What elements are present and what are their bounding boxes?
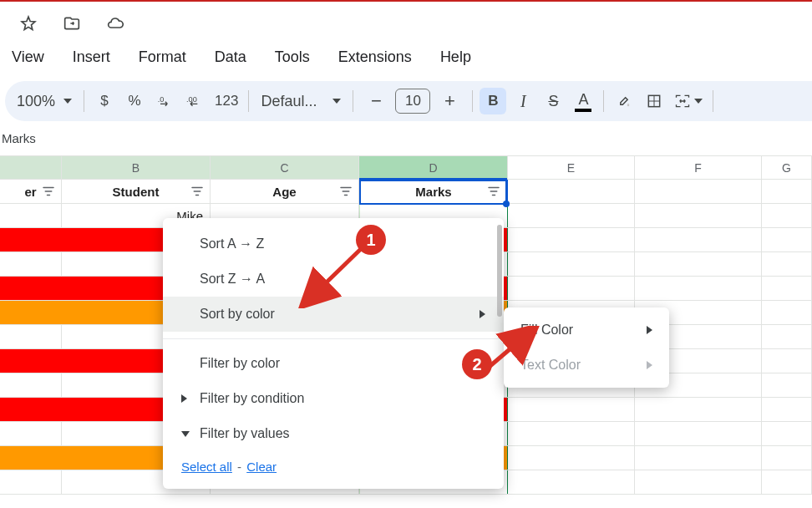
cell[interactable]: [0, 277, 62, 300]
cell[interactable]: [762, 301, 812, 324]
header-cell-g[interactable]: [762, 180, 812, 203]
submenu-arrow-icon: [647, 326, 652, 334]
cell[interactable]: [635, 277, 762, 300]
sort-z-a[interactable]: Sort Z → A: [163, 262, 504, 297]
column-header-b[interactable]: B: [62, 156, 211, 179]
borders-button[interactable]: [641, 88, 667, 114]
italic-button[interactable]: I: [510, 88, 536, 114]
toolbar: 100% $ % .0 .00 123 Defaul... − 10 + B I…: [5, 81, 812, 121]
cell[interactable]: [762, 277, 812, 300]
star-icon[interactable]: [15, 10, 42, 37]
formula-bar[interactable]: Marks: [0, 121, 812, 156]
cell[interactable]: [762, 204, 812, 227]
cell[interactable]: [635, 422, 762, 445]
annotation-badge-2: 2: [462, 349, 492, 379]
filter-icon[interactable]: [41, 184, 56, 199]
cell[interactable]: [508, 204, 635, 227]
menu-format[interactable]: Format: [129, 45, 196, 69]
cell[interactable]: [635, 252, 762, 276]
menu-help[interactable]: Help: [430, 45, 481, 69]
cell[interactable]: [762, 252, 812, 276]
menu-data[interactable]: Data: [205, 45, 256, 69]
header-cell-f[interactable]: [635, 180, 762, 203]
cell[interactable]: [762, 325, 812, 348]
cell[interactable]: [635, 204, 762, 227]
cell[interactable]: [0, 373, 62, 397]
zoom-dropdown[interactable]: 100%: [12, 93, 77, 110]
menu-view[interactable]: View: [2, 45, 54, 69]
cell[interactable]: [508, 398, 635, 421]
filter-by-condition[interactable]: Filter by condition: [163, 381, 504, 416]
cell[interactable]: [0, 204, 62, 227]
menu-tools[interactable]: Tools: [265, 45, 320, 69]
cell[interactable]: [508, 228, 635, 251]
filter-by-values[interactable]: Filter by values: [163, 416, 504, 451]
sort-by-color[interactable]: Sort by color: [163, 297, 504, 332]
merge-cells-button[interactable]: [671, 88, 706, 114]
column-header-g[interactable]: G: [762, 156, 812, 179]
column-header-a[interactable]: [0, 156, 62, 179]
filter-icon[interactable]: [338, 184, 353, 199]
cell[interactable]: [762, 349, 812, 373]
header-cell-marks[interactable]: Marks: [359, 180, 508, 203]
cell[interactable]: [0, 301, 62, 324]
cell[interactable]: [0, 470, 62, 494]
increase-decimal-button[interactable]: .00: [181, 88, 208, 114]
header-cell-student[interactable]: Student: [62, 180, 211, 203]
cell[interactable]: [508, 470, 635, 494]
column-header-d[interactable]: D: [359, 156, 508, 179]
cell[interactable]: [0, 398, 62, 421]
header-cell-e[interactable]: [508, 180, 635, 203]
cell[interactable]: [0, 422, 62, 445]
font-size-input[interactable]: 10: [395, 89, 430, 114]
submenu-fill-color[interactable]: Fill Color: [504, 312, 669, 348]
clear-link[interactable]: Clear: [246, 460, 277, 474]
cell[interactable]: [762, 422, 812, 445]
cloud-status-icon[interactable]: [102, 10, 129, 37]
cell[interactable]: [635, 470, 762, 494]
fill-color-button[interactable]: [611, 88, 637, 114]
cell[interactable]: [762, 398, 812, 421]
cell[interactable]: [635, 446, 762, 470]
cell[interactable]: [762, 446, 812, 470]
decrease-decimal-button[interactable]: .0: [151, 88, 178, 114]
number-format-button[interactable]: 123: [211, 88, 241, 114]
cell[interactable]: [762, 373, 812, 397]
cell[interactable]: [0, 325, 62, 348]
cell[interactable]: [0, 349, 62, 373]
filter-by-color[interactable]: Filter by color: [163, 346, 504, 381]
cell[interactable]: [762, 228, 812, 251]
svg-text:.0: .0: [158, 95, 165, 104]
menu-extensions[interactable]: Extensions: [328, 45, 422, 69]
text-color-button[interactable]: A: [570, 88, 596, 114]
format-percent-button[interactable]: %: [121, 88, 148, 114]
cell[interactable]: [0, 446, 62, 470]
cell[interactable]: [508, 252, 635, 276]
cell[interactable]: [635, 228, 762, 251]
bold-button[interactable]: B: [480, 88, 506, 114]
sort-a-z[interactable]: Sort A → Z: [163, 226, 504, 262]
select-all-link[interactable]: Select all: [181, 460, 232, 474]
menu-insert[interactable]: Insert: [63, 45, 120, 69]
filter-icon[interactable]: [486, 184, 501, 199]
cell[interactable]: [762, 470, 812, 494]
header-cell-age[interactable]: Age: [211, 180, 359, 203]
popup-scrollbar[interactable]: [497, 225, 502, 482]
cell[interactable]: [508, 277, 635, 300]
column-header-f[interactable]: F: [635, 156, 762, 179]
strikethrough-button[interactable]: S: [540, 88, 566, 114]
cell[interactable]: [508, 422, 635, 445]
column-header-c[interactable]: C: [211, 156, 359, 179]
filter-icon[interactable]: [190, 184, 205, 199]
format-currency-button[interactable]: $: [91, 88, 118, 114]
header-cell-a[interactable]: er: [0, 180, 62, 203]
move-folder-icon[interactable]: [58, 10, 85, 37]
cell[interactable]: [508, 446, 635, 470]
decrease-font-size-button[interactable]: −: [365, 90, 387, 112]
increase-font-size-button[interactable]: +: [439, 90, 460, 112]
cell[interactable]: [0, 228, 62, 251]
cell[interactable]: [0, 252, 62, 276]
font-family-dropdown[interactable]: Defaul...: [256, 93, 346, 110]
cell[interactable]: [635, 398, 762, 421]
column-header-e[interactable]: E: [508, 156, 635, 179]
